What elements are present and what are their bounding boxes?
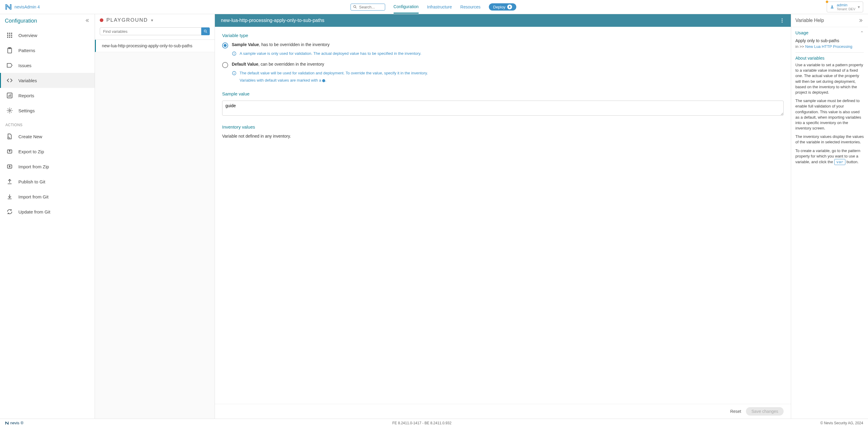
save-changes-button[interactable]: Save changes [746,407,784,416]
bullet-icon [322,79,325,82]
sample-info-text: A sample value is only used for validati… [240,51,421,56]
svg-point-18 [9,109,10,111]
svg-point-34 [234,72,234,73]
play-icon [507,4,512,9]
upload-icon [6,178,13,185]
help-paragraph: Use a variable to set a pattern property… [795,62,864,95]
action-export-zip[interactable]: Export to Zip [0,144,95,159]
variable-type-heading: Variable type [222,33,784,38]
radio-icon [222,42,228,48]
global-search[interactable] [350,4,385,10]
svg-point-31 [234,53,234,53]
svg-point-0 [353,5,355,7]
svg-rect-8 [11,35,12,36]
radio-icon [222,62,228,68]
logo-icon [5,3,12,10]
sidebar-item-settings[interactable]: Settings [0,103,95,118]
svg-rect-11 [11,37,12,38]
actions-heading: ACTIONS [0,118,95,129]
nav-configuration[interactable]: Configuration [394,1,418,13]
reset-button[interactable]: Reset [730,409,741,414]
grid-icon [6,32,13,38]
default-info-text: The default value will be used for valid… [240,70,428,76]
chevron-down-icon: ▾ [858,4,860,9]
sample-value-input[interactable]: guide [222,101,784,116]
action-import-zip[interactable]: Import from Zip [0,159,95,174]
footer-brand: nevis® [5,421,24,425]
search-icon [204,29,208,33]
sidebar-item-overview[interactable]: Overview [0,28,95,43]
svg-point-26 [782,19,783,19]
usage-section-toggle[interactable]: Usage ⌃ [791,27,868,36]
action-import-git[interactable]: Import from Git [0,189,95,204]
action-create-new[interactable]: Create New [0,129,95,144]
nav-infrastructure[interactable]: Infrastructure [427,1,452,13]
file-plus-icon [6,133,13,140]
code-icon [6,77,13,84]
help-paragraph: To create a variable, go to the pattern … [795,148,864,165]
nav-resources[interactable]: Resources [460,1,480,13]
find-variables-input[interactable] [100,27,201,35]
svg-line-1 [355,7,356,8]
svg-rect-6 [7,35,8,36]
chevron-up-icon: ⌃ [860,30,864,35]
svg-rect-15 [8,95,9,97]
logo-icon [5,421,9,425]
footer: nevis® FE 8.2411.0-1417 - BE 8.2411.0.93… [0,419,868,427]
sidebar-item-variables[interactable]: Variables [0,73,95,88]
sidebar-item-issues[interactable]: Issues [0,58,95,73]
user-icon [830,5,834,9]
action-publish-git[interactable]: Publish to Git [0,174,95,189]
variable-title: new-lua-http-processing-apply-only-to-su… [221,18,324,23]
notification-dot [826,1,828,3]
svg-rect-16 [9,95,10,97]
inventory-status-text: Variable not defined in any inventory. [222,134,784,138]
sidebar-item-reports[interactable]: Reports [0,88,95,103]
help-title: Variable Help [795,18,824,23]
help-paragraph: The sample value must be defined to enab… [795,98,864,131]
usage-breadcrumb: in >> New Lua HTTP Processing [795,44,864,49]
clipboard-icon [6,47,13,54]
more-menu-icon[interactable] [779,18,785,23]
svg-rect-3 [7,33,8,34]
svg-line-25 [206,32,207,33]
user-name: admin [837,3,855,7]
copyright-text: © Nevis Security AG, 2024 [820,421,863,425]
variable-usage-title: Apply only to sub-paths [795,38,864,43]
user-menu[interactable]: admin Tenant: DEV ▾ [827,1,863,12]
sample-value-heading: Sample value [222,91,784,96]
sidebar-item-patterns[interactable]: Patterns [0,43,95,58]
radio-sample-value[interactable]: Sample Value, has to be overridden in th… [222,42,784,48]
usage-pattern-link[interactable]: New Lua HTTP Processing [805,44,852,49]
expand-help-icon[interactable] [858,18,864,23]
project-name: PLAYGROUND [106,17,148,23]
info-icon [232,51,237,56]
project-selector[interactable]: PLAYGROUND ▾ [95,14,215,23]
zip-up-icon [6,148,13,155]
radio-default-value[interactable]: Default Value, can be overridden in the … [222,62,784,68]
variable-list-item[interactable]: new-lua-http-processing-apply-only-to-su… [95,40,215,52]
svg-point-24 [204,30,206,32]
help-panel: Variable Help Usage ⌃ Apply only to sub-… [791,14,868,419]
svg-rect-9 [7,37,8,38]
svg-point-27 [782,20,783,21]
refresh-icon [6,208,13,215]
action-update-git[interactable]: Update from Git [0,204,95,219]
svg-point-2 [832,5,833,7]
search-icon [353,5,357,9]
collapse-sidebar-icon[interactable] [84,18,90,24]
status-dot-icon [100,19,103,22]
deploy-button[interactable]: Deploy [489,3,516,10]
sidebar-title: Configuration [5,18,37,24]
version-text: FE 8.2411.0-1417 - BE 8.2411.0.932 [393,421,452,425]
svg-rect-5 [11,33,12,34]
variables-panel: PLAYGROUND ▾ new-lua-http-processing-app… [95,14,215,419]
variable-detail: new-lua-http-processing-apply-only-to-su… [215,14,791,419]
help-paragraph: The inventory values display the values … [795,134,864,145]
sidebar: Configuration Overview Patterns Issues V… [0,14,95,419]
find-variables-button[interactable] [201,27,210,35]
chart-icon [6,92,13,99]
svg-rect-10 [9,37,10,38]
app-logo[interactable]: nevisAdmin 4 [5,3,40,10]
svg-point-28 [782,22,783,23]
